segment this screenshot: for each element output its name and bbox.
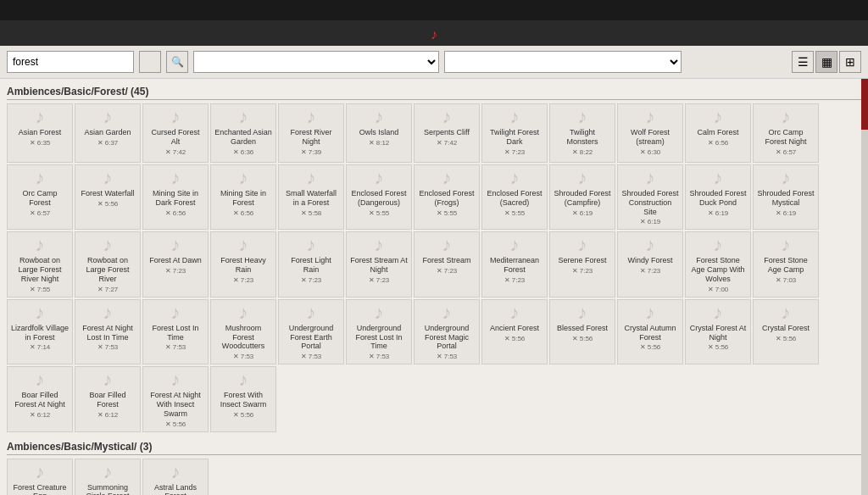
list-item[interactable]: ♪Forest Stream At Night✕ 7:23 xyxy=(346,231,412,297)
list-item[interactable]: ♪Forest Lost In Time✕ 7:53 xyxy=(142,299,209,364)
list-item[interactable]: ♪Small Waterfall in a Forest✕ 5:58 xyxy=(278,164,344,230)
list-item[interactable]: ♪Forest Stream✕ 7:23 xyxy=(414,231,480,297)
grid-view-button[interactable]: ▦ xyxy=(815,51,837,73)
sound-name-label: Rowboat on Large Forest River xyxy=(79,256,136,283)
user-select[interactable] xyxy=(193,51,439,73)
sound-duration: ✕ 8:12 xyxy=(369,139,390,147)
music-note-icon: ♪ xyxy=(171,370,181,389)
list-item[interactable]: ♪Twilight Monsters✕ 8:22 xyxy=(549,103,615,163)
sound-duration: ✕ 7:14 xyxy=(30,343,51,351)
list-item[interactable]: ♪Forest Creature Egg xyxy=(7,459,73,495)
list-item[interactable]: ♪Forest At Night Lost In Time✕ 7:53 xyxy=(75,299,141,364)
music-note-icon: ♪ xyxy=(36,108,45,126)
list-item[interactable]: ♪Boar Filled Forest At Night✕ 6:12 xyxy=(7,366,73,431)
search-button[interactable]: 🔍 xyxy=(166,51,188,73)
table-view-button[interactable]: ⊞ xyxy=(839,51,861,73)
list-item[interactable]: ♪Underground Forest Magic Portal✕ 7:53 xyxy=(414,299,480,364)
list-item[interactable]: ♪Cursed Forest Alt✕ 7:42 xyxy=(142,103,209,163)
sound-name-label: Boar Filled Forest xyxy=(79,391,136,409)
x-icon: ✕ xyxy=(30,411,36,419)
list-item[interactable]: ♪Underground Forest Lost In Time✕ 7:53 xyxy=(346,299,412,364)
sound-name-label: Ancient Forest xyxy=(490,324,539,333)
list-item[interactable]: ♪Mining Site in Forest✕ 6:56 xyxy=(210,164,276,230)
list-item[interactable]: ♪Enclosed Forest (Sacred)✕ 5:55 xyxy=(481,164,548,230)
x-icon: ✕ xyxy=(165,209,171,217)
sound-name-label: Forest Stream At Night xyxy=(350,256,408,275)
list-item[interactable]: ♪Lizardfolk Village in Forest✕ 7:14 xyxy=(7,299,73,364)
x-icon: ✕ xyxy=(437,139,442,147)
music-note-icon: ♪ xyxy=(442,236,452,254)
list-item[interactable]: ♪Summoning Circle Forest xyxy=(75,459,141,495)
list-item[interactable]: ♪Windy Forest✕ 7:23 xyxy=(617,231,683,297)
list-item[interactable]: ♪Crystal Forest✕ 5:56 xyxy=(753,299,819,364)
sound-name-label: Forest At Night Lost In Time xyxy=(79,324,136,342)
list-item[interactable]: ♪Rowboat on Large Forest River✕ 7:27 xyxy=(75,231,141,297)
list-item[interactable]: ♪Orc Camp Forest✕ 6:57 xyxy=(7,164,73,230)
list-item[interactable]: ♪Boar Filled Forest✕ 6:12 xyxy=(75,366,141,431)
list-item[interactable]: ♪Shrouded Forest (Campfire)✕ 6:19 xyxy=(549,164,615,230)
list-item[interactable]: ♪Forest With Insect Swarm✕ 5:56 xyxy=(210,366,276,431)
list-view-button[interactable]: ☰ xyxy=(792,51,814,73)
list-item[interactable]: ♪Forest Heavy Rain✕ 7:23 xyxy=(210,231,276,297)
scrollbar[interactable] xyxy=(861,79,868,495)
sound-name-label: Mediterranean Forest xyxy=(486,256,543,275)
music-note-icon: ♪ xyxy=(646,303,655,322)
list-item[interactable]: ♪Calm Forest✕ 6:56 xyxy=(685,103,751,163)
music-note-icon: ♪ xyxy=(375,108,384,126)
music-note-icon: ♪ xyxy=(782,236,791,254)
list-item[interactable]: ♪Wolf Forest (stream)✕ 6:30 xyxy=(617,103,683,163)
list-item[interactable]: ♪Forest At Night With Insect Swarm✕ 5:56 xyxy=(142,366,209,431)
list-item[interactable]: ♪Serpents Cliff✕ 7:42 xyxy=(414,103,480,163)
list-item[interactable]: ♪Astral Lands Forest xyxy=(142,459,209,495)
list-item[interactable]: ♪Underground Forest Earth Portal✕ 7:53 xyxy=(278,299,344,364)
list-item[interactable]: ♪Enclosed Forest (Dangerous)✕ 5:55 xyxy=(346,164,412,230)
music-note-icon: ♪ xyxy=(239,370,248,389)
list-item[interactable]: ♪Shrouded Forest Construction Site✕ 6:19 xyxy=(617,164,683,230)
list-item[interactable]: ♪Owls Island✕ 8:12 xyxy=(346,103,412,163)
list-item[interactable]: ♪Forest Light Rain✕ 7:23 xyxy=(278,231,344,297)
list-item[interactable]: ♪Shrouded Forest Duck Pond✕ 6:19 xyxy=(685,164,751,230)
list-item[interactable]: ♪Enchanted Asian Garden✕ 6:36 xyxy=(210,103,276,163)
not-equal-button[interactable] xyxy=(139,51,161,73)
list-item[interactable]: ♪Forest Stone Age Camp With Wolves✕ 7:00 xyxy=(685,231,751,297)
music-note-icon: ♪ xyxy=(510,303,520,322)
sound-duration: ✕ 7:23 xyxy=(165,267,186,275)
list-item[interactable]: ♪Asian Garden✕ 6:37 xyxy=(75,103,141,163)
sound-duration: ✕ 7:23 xyxy=(640,267,661,275)
list-item[interactable]: ♪Serene Forest✕ 7:23 xyxy=(549,231,615,297)
list-item[interactable]: ♪Forest At Dawn✕ 7:23 xyxy=(142,231,209,297)
list-item[interactable]: ♪Blessed Forest✕ 5:56 xyxy=(549,299,615,364)
x-icon: ✕ xyxy=(301,276,307,284)
music-note-icon: ♪ xyxy=(782,303,791,322)
music-note-icon: ♪ xyxy=(510,236,520,254)
sound-duration: ✕ 7:23 xyxy=(504,276,526,284)
sound-duration: ✕ 6:56 xyxy=(708,139,729,147)
scrollbar-thumb[interactable] xyxy=(861,79,868,130)
x-icon: ✕ xyxy=(640,267,646,275)
list-item[interactable]: ♪Rowboat on Large Forest River Night✕ 7:… xyxy=(7,231,73,297)
list-item[interactable]: ♪Mining Site in Dark Forest✕ 6:56 xyxy=(142,164,209,230)
list-item[interactable]: ♪Crystal Autumn Forest✕ 5:56 xyxy=(617,299,683,364)
sound-name-label: Enclosed Forest (Dangerous) xyxy=(350,189,408,208)
list-item[interactable]: ♪Forest Stone Age Camp✕ 7:03 xyxy=(753,231,819,297)
sound-grid-basic-forest: ♪Asian Forest✕ 6:35♪Asian Garden✕ 6:37♪C… xyxy=(7,103,861,432)
music-note-icon: ♪ xyxy=(171,169,181,187)
list-item[interactable]: ♪Orc Camp Forest Night✕ 6:57 xyxy=(753,103,819,163)
list-item[interactable]: ♪Asian Forest✕ 6:35 xyxy=(7,103,73,163)
sound-name-label: Lizardfolk Village in Forest xyxy=(11,324,69,342)
x-icon: ✕ xyxy=(504,335,510,342)
music-note-icon: ♪ xyxy=(714,303,723,322)
sound-duration: ✕ 6:37 xyxy=(97,139,119,147)
list-item[interactable]: ♪Twilight Forest Dark✕ 7:23 xyxy=(481,103,548,163)
list-item[interactable]: ♪Crystal Forest At Night✕ 5:56 xyxy=(685,299,751,364)
list-item[interactable]: ♪Forest Waterfall✕ 5:56 xyxy=(75,164,141,230)
content-area[interactable]: Ambiences/Basic/Forest/ (45)♪Asian Fores… xyxy=(0,79,868,495)
search-input[interactable] xyxy=(7,51,134,73)
list-item[interactable]: ♪Forest River Night✕ 7:39 xyxy=(278,103,344,163)
list-item[interactable]: ♪Shrouded Forest Mystical✕ 6:19 xyxy=(753,164,819,230)
list-item[interactable]: ♪Enclosed Forest (Frogs)✕ 5:55 xyxy=(414,164,480,230)
list-item[interactable]: ♪Mediterranean Forest✕ 7:23 xyxy=(481,231,548,297)
pack-select[interactable] xyxy=(444,51,682,73)
list-item[interactable]: ♪Ancient Forest✕ 5:56 xyxy=(481,299,548,364)
list-item[interactable]: ♪Mushroom Forest Woodcutters✕ 7:53 xyxy=(210,299,276,364)
